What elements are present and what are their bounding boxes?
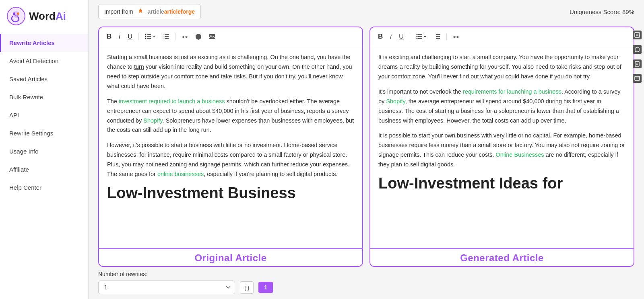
link-shopify-orig[interactable]: Shopify bbox=[143, 117, 162, 124]
svg-rect-17 bbox=[209, 34, 215, 39]
right-icon-3[interactable] bbox=[633, 59, 642, 68]
generated-para-1: It is exciting and challenging to start … bbox=[378, 53, 625, 82]
generated-article-label: Generated Article bbox=[370, 248, 634, 266]
list-button-generated[interactable] bbox=[414, 33, 429, 41]
uniqueness-score: Uniqueness Score: 89% bbox=[570, 8, 634, 15]
main-content: Import from articlearticleforge Uniquene… bbox=[89, 0, 644, 299]
link-online-biz-gen[interactable]: Online Businesses bbox=[495, 152, 544, 158]
italic-button-generated[interactable]: i bbox=[388, 31, 394, 42]
sidebar-item-api[interactable]: API bbox=[0, 106, 88, 124]
right-icon-4[interactable] bbox=[633, 74, 642, 83]
svg-rect-34 bbox=[635, 76, 640, 80]
svg-marker-4 bbox=[138, 8, 142, 13]
separator-3 bbox=[410, 33, 410, 40]
sidebar-item-rewrite-articles[interactable]: Rewrite Articles bbox=[0, 34, 88, 52]
original-article-label: Original Article bbox=[99, 248, 362, 266]
editors-row: B i U 1.2.3. <> bbox=[89, 23, 644, 267]
underline-button-original[interactable]: U bbox=[126, 31, 134, 42]
svg-rect-31 bbox=[635, 61, 639, 66]
svg-rect-28 bbox=[635, 33, 640, 37]
italic-button-original[interactable]: i bbox=[117, 31, 122, 42]
original-big-heading: Low-Investment Business bbox=[107, 185, 354, 202]
svg-point-8 bbox=[145, 34, 147, 35]
rewrites-select-row: 1 2 3 4 5 { } 1 bbox=[98, 281, 634, 294]
shield-button-original[interactable] bbox=[193, 32, 204, 41]
code-button-generated[interactable]: <> bbox=[451, 33, 461, 41]
separator-1 bbox=[138, 33, 139, 40]
original-article-content[interactable]: Starting a small business is just as exc… bbox=[99, 46, 362, 248]
sidebar-item-saved-articles[interactable]: Saved Articles bbox=[0, 70, 88, 88]
topbar: Import from articlearticleforge Uniquene… bbox=[89, 0, 644, 23]
nav-list: Rewrite ArticlesAvoid AI DetectionSaved … bbox=[0, 34, 88, 197]
sidebar: WordAi Rewrite ArticlesAvoid AI Detectio… bbox=[0, 0, 89, 299]
import-label: Import from bbox=[104, 8, 133, 15]
code-button-original[interactable]: <> bbox=[180, 33, 190, 41]
svg-point-2 bbox=[13, 12, 15, 15]
topbar-left: Import from articlearticleforge bbox=[98, 4, 201, 19]
bold-button-generated[interactable]: B bbox=[376, 31, 385, 42]
svg-text:3.: 3. bbox=[163, 38, 164, 39]
articleforge-text: articlearticleforge bbox=[148, 8, 195, 15]
svg-point-24 bbox=[417, 38, 418, 39]
right-panel-icons bbox=[630, 24, 644, 89]
original-article-panel: B i U 1.2.3. <> bbox=[98, 27, 363, 267]
sidebar-item-rewrite-settings[interactable]: Rewrite Settings bbox=[0, 124, 88, 142]
separator-4 bbox=[446, 33, 447, 40]
generated-big-heading: Low-Investment Ideas for bbox=[378, 175, 625, 192]
original-toolbar: B i U 1.2.3. <> bbox=[99, 27, 362, 46]
num-rewrites-badge[interactable]: 1 bbox=[258, 282, 273, 293]
generated-toolbar: B i U <> bbox=[370, 27, 634, 46]
list-button-original[interactable] bbox=[143, 33, 157, 41]
link-requirements[interactable]: requirements for launching a business bbox=[463, 88, 561, 95]
json-button[interactable]: { } bbox=[240, 281, 254, 294]
link-investment[interactable]: investment required to launch a business bbox=[119, 98, 225, 104]
import-articleforge-button[interactable]: Import from articlearticleforge bbox=[98, 4, 201, 19]
articleforge-flame-icon bbox=[136, 8, 144, 16]
right-icon-2[interactable] bbox=[633, 45, 642, 54]
sidebar-item-avoid-ai-detection[interactable]: Avoid AI Detection bbox=[0, 52, 88, 70]
sidebar-item-help-center[interactable]: Help Center bbox=[0, 178, 88, 197]
wordai-logo-icon bbox=[6, 6, 26, 26]
link-shopify-gen[interactable]: Shopify bbox=[386, 98, 405, 104]
num-rewrites-label: Number of rewrites: bbox=[98, 271, 634, 277]
svg-point-9 bbox=[145, 36, 147, 37]
link-online-biz[interactable]: online businesses bbox=[157, 171, 204, 177]
original-para-2: The investment required to launch a busi… bbox=[107, 97, 354, 135]
rewrites-select[interactable]: 1 2 3 4 5 bbox=[98, 281, 235, 294]
separator-2 bbox=[175, 33, 175, 40]
image-button-original[interactable] bbox=[207, 33, 217, 41]
original-para-3: However, it's possible to start a busine… bbox=[107, 141, 354, 179]
svg-point-10 bbox=[145, 38, 147, 39]
svg-point-23 bbox=[417, 36, 418, 37]
svg-point-3 bbox=[17, 12, 19, 15]
ordered-list-button-generated[interactable] bbox=[432, 33, 442, 41]
original-para-1: Starting a small business is just as exc… bbox=[107, 53, 354, 91]
sidebar-item-usage-info[interactable]: Usage Info bbox=[0, 142, 88, 160]
ordered-list-button-original[interactable]: 1.2.3. bbox=[161, 33, 171, 41]
sidebar-item-affiliate[interactable]: Affiliate bbox=[0, 160, 88, 178]
generated-article-panel: B i U <> It is exciting and challenging … bbox=[369, 27, 634, 267]
underline-button-generated[interactable]: U bbox=[397, 31, 406, 42]
svg-point-22 bbox=[417, 34, 418, 35]
sidebar-item-bulk-rewrite[interactable]: Bulk Rewrite bbox=[0, 88, 88, 106]
logo-area: WordAi bbox=[0, 0, 88, 34]
generated-article-content[interactable]: It is exciting and challenging to start … bbox=[370, 46, 634, 248]
generated-para-2: It's important to not overlook the requi… bbox=[378, 87, 625, 126]
generated-para-3: It is possible to start your own busines… bbox=[378, 131, 625, 170]
bold-button-original[interactable]: B bbox=[105, 31, 114, 42]
logo-text: WordAi bbox=[29, 10, 66, 23]
right-icon-1[interactable] bbox=[633, 31, 642, 39]
bottombar: Number of rewrites: 1 2 3 4 5 { } 1 bbox=[89, 267, 644, 299]
